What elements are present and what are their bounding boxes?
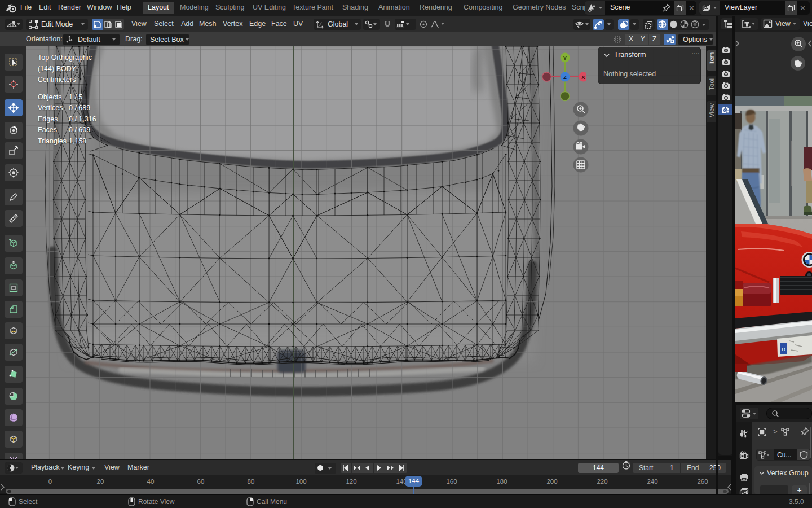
svg-text:Z: Z	[563, 74, 567, 80]
svg-text:Y: Y	[563, 55, 567, 61]
svg-text:D: D	[782, 347, 785, 352]
svg-text:X: X	[581, 74, 585, 80]
